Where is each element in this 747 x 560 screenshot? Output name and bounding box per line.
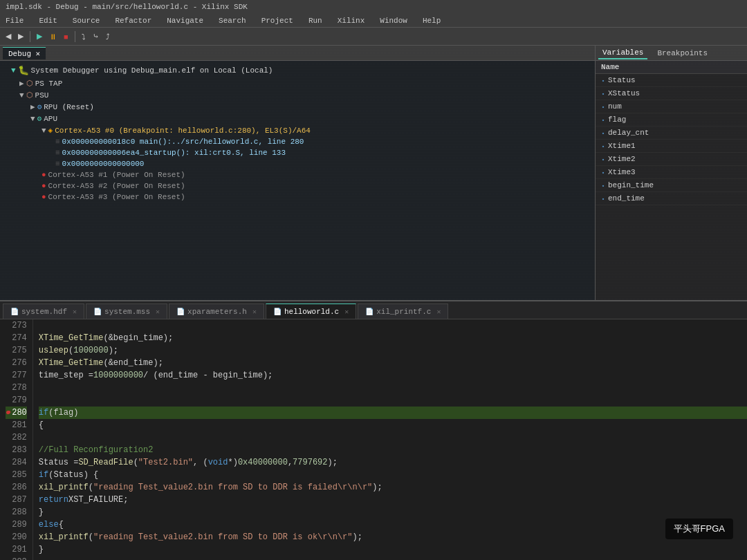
hex-literal: 0x40000000 [238,456,288,469]
core-icon: ◈ [48,126,53,135]
function-call: XTime_GetTime [39,357,104,369]
tree-item-0[interactable]: ▼🐛System Debugger using Debug_main.elf o… [0,64,595,77]
var-item[interactable]: ⬩begin_time [596,179,747,192]
line-number: 289 [6,519,27,531]
line-number: 283 [6,444,27,456]
code-line: usleep(1000000); [39,344,747,357]
toolbar-run[interactable]: ▶ [34,30,45,44]
tab-label: system.mss [104,308,150,316]
debug-tab[interactable]: Debug ✕ [3,47,46,59]
frame-icon: ≡ [55,149,60,157]
editor-tab-system-hdf[interactable]: 📄system.hdf✕ [3,304,84,319]
menu-item-edit[interactable]: Edit [36,17,59,25]
tab-variables[interactable]: Variables [598,47,647,59]
line-number: 290 [6,531,27,543]
code-line: if(flag) [39,407,747,419]
tree-item-label: 0x000000000006ea4_startup(): xil:crt0.S,… [62,149,286,157]
toolbar-step-over[interactable]: ⤷ [90,30,102,44]
keyword: return [39,494,68,506]
tree-item-1[interactable]: ▶⬡PS TAP [0,77,595,89]
tree-item-10[interactable]: ●Cortex-A53 #2 (Power On Reset) [0,180,595,192]
tree-item-3[interactable]: ▶⚙RPU (Reset) [0,101,595,113]
core-off-icon: ● [42,193,46,201]
editor-tab-xparameters-h[interactable]: 📄xparameters.h✕ [169,304,264,319]
tree-item-9[interactable]: ●Cortex-A53 #1 (Power On Reset) [0,169,595,180]
var-item[interactable]: ⬩num [596,100,747,113]
var-item[interactable]: ⬩flag [596,113,747,127]
menu-item-help[interactable]: Help [420,17,443,25]
var-item[interactable]: ⬩Xtime3 [596,166,747,179]
tab-label: helloworld.c [284,308,339,316]
toolbar-fwd[interactable]: ▶ [15,30,26,44]
keyword: if [39,469,48,481]
code-area[interactable]: XTime_GetTime(&begin_time); usleep(10000… [33,319,747,560]
var-item[interactable]: ⬩Xtime1 [596,140,747,153]
debug-tree[interactable]: ▼🐛System Debugger using Debug_main.elf o… [0,61,595,300]
editor-tab-helloworld-c[interactable]: 📄helloworld.c✕ [266,304,356,319]
close-icon[interactable]: ✕ [156,308,160,316]
menu-item-xilinx[interactable]: Xilinx [335,17,368,25]
arrow-icon: ▶ [30,102,35,111]
tree-item-label: 0x0000000000000000 [62,160,145,168]
toolbar-stop[interactable]: ■ [61,30,71,44]
code-line [39,382,747,394]
toolbar-step-into[interactable]: ⤵ [79,30,89,44]
watermark: 平头哥FPGA [665,519,733,539]
var-item[interactable]: ⬩delay_cnt [596,127,747,140]
tree-item-label: Cortex-A53 #2 (Power On Reset) [48,182,185,190]
var-item[interactable]: ⬩Xtime2 [596,153,747,166]
editor-tab-system-mss[interactable]: 📄system.mss✕ [86,304,167,319]
cpu-icon: ⚙ [37,114,42,123]
var-item[interactable]: ⬩Status [596,74,747,87]
var-item[interactable]: ⬩XStatus [596,87,747,100]
close-icon[interactable]: ✕ [252,308,257,316]
line-number: 281 [6,419,27,431]
menu-item-source[interactable]: Source [70,17,103,25]
tree-item-6[interactable]: ≡0x000000000018c0 main():../src/hellowor… [0,136,595,147]
editor-tab-xil_printf-c[interactable]: 📄xil_printf.c✕ [358,304,448,319]
menu-item-project[interactable]: Project [259,17,296,25]
number-literal: 7797692 [293,456,327,469]
close-icon[interactable]: ✕ [436,308,441,316]
main-layout: Debug ✕ ▼🐛System Debugger using Debug_ma… [0,46,747,560]
line-number: 277 [6,369,27,382]
menu-item-run[interactable]: Run [306,17,325,25]
tree-item-5[interactable]: ▼◈Cortex-A53 #0 (Breakpoint: helloworld.… [0,124,595,136]
code-line: return XST_FAILURE; [39,494,747,506]
arrow-icon: ▶ [19,79,24,88]
var-item[interactable]: ⬩end_time [596,192,747,205]
close-icon[interactable]: ✕ [73,308,77,316]
string-literal: "reading Test_value2.bin from SD to DDR … [93,481,372,494]
toolbar-back[interactable]: ◀ [3,30,14,44]
code-line: XTime_GetTime(&begin_time); [39,332,747,344]
code-line: xil_printf("reading Test_value2.bin from… [39,481,747,494]
menu-item-refactor[interactable]: Refactor [112,17,154,25]
toolbar-step-return[interactable]: ⤴ [103,30,113,44]
code-line [39,556,747,560]
tab-breakpoints[interactable]: Breakpoints [653,48,712,59]
close-icon[interactable]: ✕ [344,308,349,316]
tab-label: xparameters.h [187,308,247,316]
tree-item-label: 0x000000000018c0 main():../src/helloworl… [62,138,304,146]
tree-item-label: System Debugger using Debug_main.elf on … [31,66,273,75]
toolbar-suspend[interactable]: ⏸ [46,30,59,44]
tree-item-2[interactable]: ▼⬡PSU [0,89,595,101]
file-icon: 📄 [93,308,102,316]
string-literal: "Test2.bin" [138,456,193,469]
code-line: XTime_GetTime(&end_time); [39,357,747,369]
line-numbers: 273274275276277278279●280281282283284285… [0,319,33,560]
menu-item-file[interactable]: File [3,17,26,25]
var-icon: ⬩ [601,103,605,111]
menu-item-search[interactable]: Search [216,17,249,25]
menu-item-navigate[interactable]: Navigate [164,17,206,25]
line-number: 287 [6,494,27,506]
tree-item-11[interactable]: ●Cortex-A53 #3 (Power On Reset) [0,192,595,203]
tree-item-7[interactable]: ≡0x000000000006ea4_startup(): xil:crt0.S… [0,147,595,158]
code-line: time_step = 1000000000 / (end_time - beg… [39,369,747,382]
file-icon: 📄 [10,308,19,316]
menu-item-window[interactable]: Window [377,17,410,25]
tree-item-4[interactable]: ▼⚙APU [0,113,595,124]
line-number: 291 [6,543,27,556]
tree-item-8[interactable]: ≡0x0000000000000000 [0,158,595,169]
editor-panel: 📄system.hdf✕📄system.mss✕📄xparameters.h✕📄… [0,301,747,560]
